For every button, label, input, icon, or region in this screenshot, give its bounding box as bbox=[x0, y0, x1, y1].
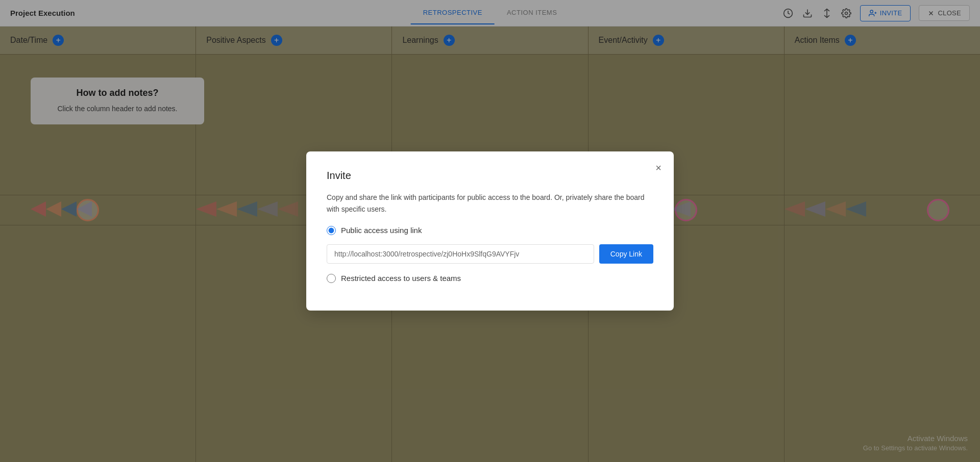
public-access-option: Public access using link bbox=[327, 226, 653, 235]
modal-title: Invite bbox=[327, 170, 653, 182]
restricted-access-label: Restricted access to users & teams bbox=[341, 274, 461, 283]
restricted-access-radio[interactable] bbox=[327, 274, 336, 283]
modal-description: Copy and share the link with participant… bbox=[327, 192, 653, 215]
invite-modal: Invite × Copy and share the link with pa… bbox=[306, 151, 674, 311]
public-access-radio[interactable] bbox=[327, 226, 336, 235]
modal-overlay[interactable]: Invite × Copy and share the link with pa… bbox=[0, 0, 980, 462]
modal-close-button[interactable]: × bbox=[653, 161, 664, 175]
copy-link-button[interactable]: Copy Link bbox=[599, 244, 653, 264]
public-access-label: Public access using link bbox=[341, 226, 422, 235]
link-row: Copy Link bbox=[327, 244, 653, 264]
link-input[interactable] bbox=[327, 244, 594, 264]
restricted-access-option: Restricted access to users & teams bbox=[327, 274, 653, 283]
